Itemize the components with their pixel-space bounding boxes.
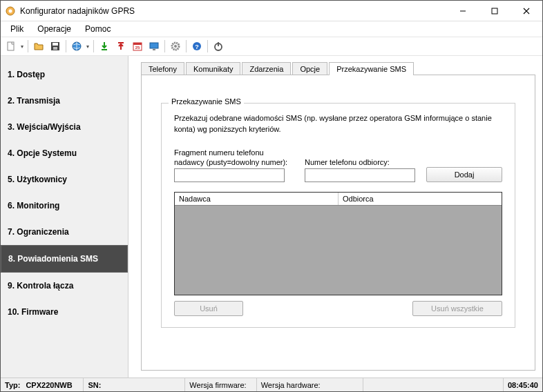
grid-header: Nadawca Odbiorca: [175, 193, 502, 206]
sidebar-item-io[interactable]: 3. Wejścia/Wyjścia: [1, 114, 128, 140]
svg-rect-3: [492, 8, 497, 14]
forwarding-grid[interactable]: Nadawca Odbiorca: [174, 192, 502, 295]
status-fw-value: [248, 378, 257, 391]
sidebar-item-monitoring[interactable]: 6. Monitoring: [1, 193, 128, 219]
menu-operations[interactable]: Operacje: [30, 23, 78, 35]
monitor-icon[interactable]: [146, 39, 162, 54]
tab-options[interactable]: Opcje: [292, 62, 327, 75]
close-button[interactable]: [511, 1, 542, 21]
tab-sms-forwarding[interactable]: Przekazywanie SMS: [329, 62, 414, 75]
maximize-button[interactable]: [479, 1, 511, 21]
sender-field: Fragment numeru telefonu nadawcy (pusty=…: [174, 148, 294, 183]
help-icon[interactable]: ?: [189, 39, 204, 54]
delete-all-button[interactable]: Usuń wszystkie: [412, 301, 502, 316]
tab-messages[interactable]: Komunikaty: [186, 62, 240, 75]
gear-icon[interactable]: [168, 39, 183, 54]
sidebar-item-firmware[interactable]: 10. Firmware: [1, 299, 128, 325]
svg-text:25: 25: [135, 46, 140, 50]
recipient-label: Numer telefonu odbiorcy:: [305, 157, 415, 167]
svg-rect-17: [153, 49, 155, 50]
svg-rect-6: [8, 42, 14, 50]
sidebar-item-access[interactable]: 1. Dostęp: [1, 61, 128, 88]
status-fw-label: Wersja firmware:: [185, 378, 247, 391]
group-description: Przekazuj odebrane wiadomości SMS (np. w…: [174, 113, 502, 135]
add-button[interactable]: Dodaj: [426, 167, 502, 182]
dropdown-icon[interactable]: ▾: [84, 43, 90, 50]
minimize-button[interactable]: [447, 1, 479, 21]
status-time: 08:45:40: [503, 378, 542, 391]
svg-point-19: [174, 45, 177, 48]
status-sn-value: [102, 378, 185, 391]
svg-rect-8: [53, 43, 58, 46]
svg-rect-9: [53, 47, 57, 50]
tab-events[interactable]: Zdarzenia: [242, 62, 291, 75]
download-icon[interactable]: [97, 39, 112, 54]
save-icon[interactable]: [48, 39, 63, 54]
svg-rect-14: [133, 43, 142, 45]
power-icon[interactable]: [211, 39, 226, 54]
status-sn-label: SN:: [84, 378, 102, 391]
svg-text:?: ?: [195, 43, 199, 50]
upload-icon[interactable]: [113, 39, 128, 54]
sidebar-item-link-control[interactable]: 9. Kontrola łącza: [1, 273, 128, 299]
status-hw-label: Wersja hardware:: [257, 378, 322, 391]
menu-help[interactable]: Pomoc: [78, 23, 117, 35]
title-bar: Konfigurator nadajników GPRS: [1, 1, 542, 21]
group-legend: Przekazywanie SMS: [169, 97, 244, 106]
menu-bar: Plik Operacje Pomoc: [1, 21, 542, 37]
tab-phones[interactable]: Telefony: [141, 62, 184, 75]
sender-label: Fragment numeru telefonu nadawcy (pusty=…: [174, 148, 294, 168]
sidebar: 1. Dostęp 2. Transmisja 3. Wejścia/Wyjśc…: [1, 56, 128, 378]
sender-input[interactable]: [174, 168, 285, 182]
calendar-icon[interactable]: 25: [130, 39, 145, 54]
recipient-input[interactable]: [305, 168, 415, 182]
status-type-value: CPX220NWB: [21, 378, 84, 391]
sidebar-item-users[interactable]: 5. Użytkownicy: [1, 166, 128, 193]
status-type-label: Typ:: [1, 378, 21, 391]
grid-body[interactable]: [175, 206, 502, 295]
window-title: Konfigurator nadajników GPRS: [20, 6, 447, 16]
sidebar-item-system-options[interactable]: 4. Opcje Systemu: [1, 140, 128, 166]
app-icon: [5, 6, 16, 17]
tab-panel: Przekazywanie SMS Przekazuj odebrane wia…: [141, 75, 535, 371]
globe-icon[interactable]: [69, 39, 84, 54]
svg-rect-16: [150, 43, 158, 48]
col-recipient[interactable]: Odbiorca: [339, 193, 502, 205]
sidebar-item-transmission[interactable]: 2. Transmisja: [1, 88, 128, 114]
status-hw-value: [322, 378, 363, 391]
status-bar: Typ: CPX220NWB SN: Wersja firmware: Wers…: [1, 378, 542, 391]
open-folder-icon[interactable]: [31, 39, 46, 54]
tab-bar: Telefony Komunikaty Zdarzenia Opcje Prze…: [141, 60, 535, 75]
col-sender[interactable]: Nadawca: [175, 193, 339, 205]
sidebar-item-sms-notifications[interactable]: 8. Powiadomienia SMS: [1, 245, 128, 273]
svg-point-1: [9, 9, 12, 12]
menu-file[interactable]: Plik: [3, 23, 30, 35]
recipient-field: Numer telefonu odbiorcy:: [305, 157, 415, 182]
delete-button[interactable]: Usuń: [174, 301, 243, 316]
new-file-icon[interactable]: [3, 39, 19, 54]
sms-forwarding-group: Przekazywanie SMS Przekazuj odebrane wia…: [161, 103, 515, 328]
dropdown-icon[interactable]: ▾: [19, 43, 25, 50]
sidebar-item-restrictions[interactable]: 7. Ograniczenia: [1, 219, 128, 245]
toolbar: ▾ ▾ 25 ?: [1, 37, 542, 56]
